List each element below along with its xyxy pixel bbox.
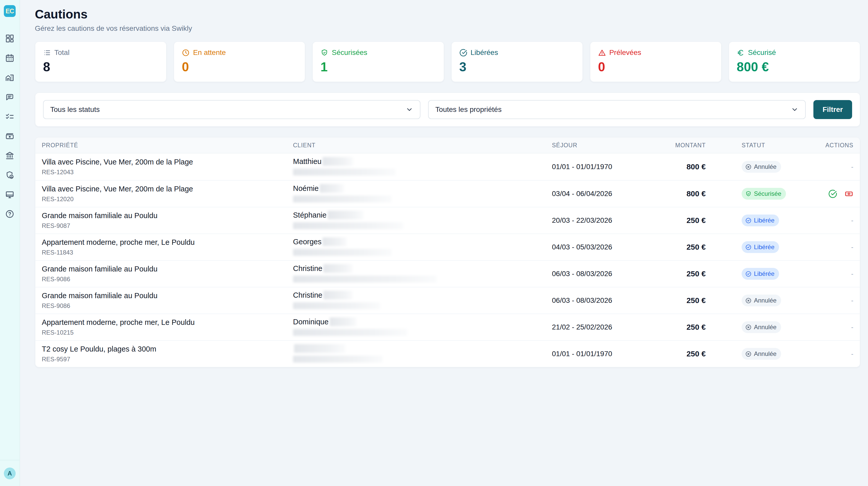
client-first-name: Matthieu: [293, 157, 321, 166]
property-cell: Grande maison familiale au Pouldu RES-90…: [42, 265, 293, 283]
sidebar: EC A: [0, 0, 20, 486]
deposits-shield-icon[interactable]: [5, 170, 14, 180]
sidebar-nav: [5, 34, 14, 219]
status-label: Annulée: [754, 163, 776, 170]
user-avatar[interactable]: A: [4, 467, 16, 479]
client-cell: Christine: [293, 264, 552, 284]
status-filter-value: Tous les statuts: [50, 106, 100, 114]
table-row: Appartement moderne, proche mer, Le Poul…: [35, 233, 860, 260]
client-email-redacted: [293, 196, 392, 202]
client-email-redacted: [293, 249, 392, 256]
no-action-dash: -: [851, 243, 854, 251]
col-stay: SÉJOUR: [552, 142, 657, 149]
client-name-redacted: [328, 211, 364, 220]
actions-cell: -: [821, 243, 854, 251]
actions-cell: -: [821, 189, 854, 198]
stat-card: Prélevées 0: [590, 41, 722, 82]
reservation-ref: RES-9597: [42, 356, 293, 363]
client-first-name: Stéphanie: [293, 211, 327, 220]
bank-icon[interactable]: [5, 151, 14, 160]
client-name-redacted: [294, 344, 345, 353]
status-label: Libérée: [754, 244, 774, 251]
stay-dates: 04/03 - 05/03/2026: [552, 243, 657, 251]
alert-triangle-icon: [598, 49, 606, 57]
filter-button[interactable]: Filtrer: [813, 100, 852, 119]
table-header: PROPRIÉTÉ CLIENT SÉJOUR MONTANT STATUT A…: [35, 138, 860, 153]
app-logo[interactable]: EC: [4, 5, 16, 17]
amount-value: 800 €: [657, 163, 706, 171]
stat-value: 8: [43, 61, 158, 74]
status-label: Annulée: [754, 297, 776, 304]
status-label: Annulée: [754, 323, 776, 331]
stay-dates: 20/03 - 22/03/2026: [552, 216, 657, 225]
col-property: PROPRIÉTÉ: [42, 142, 293, 149]
stat-label: Libérées: [471, 49, 498, 57]
actions-cell: -: [821, 350, 854, 358]
properties-icon[interactable]: [5, 73, 14, 82]
status-badge: Sécurisée: [742, 188, 786, 200]
payments-icon[interactable]: [5, 132, 14, 141]
reservation-ref: RES-12043: [42, 169, 293, 176]
list-icon: [43, 49, 51, 57]
x-circle-icon: [745, 164, 752, 170]
messages-icon[interactable]: [5, 92, 14, 102]
amount-value: 250 €: [657, 323, 706, 332]
page-title: Cautions: [35, 7, 860, 21]
no-action-dash: -: [851, 270, 854, 278]
stat-label: Total: [54, 49, 69, 57]
stats-row: Total 8 En attente 0 Sécurisées 1: [35, 41, 860, 82]
cautions-table: PROPRIÉTÉ CLIENT SÉJOUR MONTANT STATUT A…: [35, 137, 860, 367]
reservation-ref: RES-9086: [42, 276, 293, 283]
page-subtitle: Gérez les cautions de vos réservations v…: [35, 24, 860, 33]
status-label: Libérée: [754, 217, 774, 224]
table-row: Villa avec Piscine, Vue Mer, 200m de la …: [35, 180, 860, 207]
property-name: Grande maison familiale au Pouldu: [42, 291, 293, 300]
calendar-icon[interactable]: [5, 53, 14, 63]
charge-deposit-button[interactable]: [844, 189, 854, 198]
col-amount: MONTANT: [657, 142, 706, 149]
table-row: Grande maison familiale au Pouldu RES-90…: [35, 207, 860, 233]
col-actions: ACTIONS: [821, 142, 854, 149]
kiosk-icon[interactable]: [5, 190, 14, 199]
stat-value: 0: [182, 61, 297, 74]
client-cell: Noémie: [293, 184, 552, 203]
help-icon[interactable]: [5, 209, 14, 219]
stat-card: Sécurisé 800 €: [728, 41, 860, 82]
client-cell: Georges: [293, 237, 552, 257]
release-deposit-button[interactable]: [828, 189, 837, 198]
stat-label-row: Libérées: [459, 49, 575, 57]
amount-value: 800 €: [657, 189, 706, 198]
status-cell: Annulée: [706, 321, 821, 333]
reservation-ref: RES-12020: [42, 196, 293, 203]
no-action-dash: -: [851, 350, 854, 358]
table-row: Villa avec Piscine, Vue Mer, 200m de la …: [35, 153, 860, 180]
status-badge: Libérée: [742, 215, 779, 226]
reservation-ref: RES-10215: [42, 329, 293, 336]
shield-check-icon: [745, 191, 752, 197]
status-label: Annulée: [754, 350, 776, 358]
stat-label: Sécurisé: [748, 49, 776, 57]
stat-value: 1: [320, 61, 436, 74]
client-name-redacted: [330, 317, 356, 326]
client-email-redacted: [293, 222, 403, 229]
stat-label: Sécurisées: [332, 49, 367, 57]
tasks-icon[interactable]: [5, 112, 14, 121]
client-name-redacted: [323, 291, 353, 299]
no-action-dash: -: [851, 163, 854, 171]
property-filter-select[interactable]: Toutes les propriétés: [428, 100, 805, 119]
stat-label-row: En attente: [182, 49, 297, 57]
status-badge: Libérée: [742, 268, 779, 280]
client-first-name: Christine: [293, 291, 322, 299]
status-filter-select[interactable]: Tous les statuts: [43, 100, 421, 119]
table-row: Grande maison familiale au Pouldu RES-90…: [35, 287, 860, 314]
reservation-ref: RES-11843: [42, 249, 293, 256]
stat-label-row: Sécurisé: [737, 49, 852, 57]
check-circle-icon: [745, 271, 752, 277]
dashboard-icon[interactable]: [5, 34, 14, 43]
property-name: Grande maison familiale au Pouldu: [42, 211, 293, 220]
client-cell: [293, 344, 552, 364]
property-name: Appartement moderne, proche mer, Le Poul…: [42, 318, 293, 327]
client-cell: Dominique: [293, 317, 552, 337]
stay-dates: 01/01 - 01/01/1970: [552, 163, 657, 171]
stat-label: En attente: [193, 49, 226, 57]
